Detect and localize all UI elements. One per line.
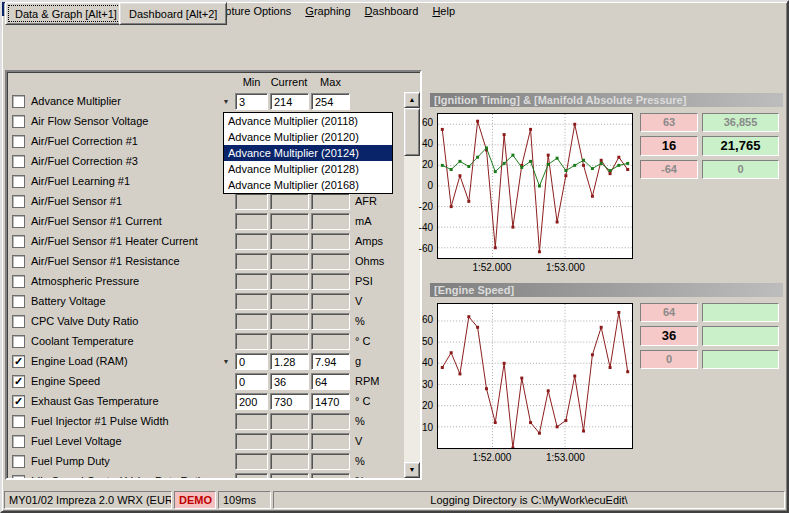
- param-checkbox[interactable]: [12, 275, 25, 288]
- param-unit: g: [355, 355, 361, 367]
- chart-stat-min-left: -64: [640, 160, 698, 179]
- param-cur-field[interactable]: [270, 253, 309, 270]
- param-cur-field[interactable]: [270, 433, 309, 450]
- param-max-field[interactable]: [311, 433, 350, 450]
- param-label: Air Flow Sensor Voltage: [31, 115, 148, 127]
- param-cur-field[interactable]: [270, 333, 309, 350]
- param-checkbox[interactable]: [12, 315, 25, 328]
- param-cur-field[interactable]: [270, 273, 309, 290]
- param-unit: %: [355, 475, 365, 478]
- dropdown-option[interactable]: Advance Multiplier (20118): [224, 113, 392, 129]
- param-max-field[interactable]: [311, 213, 350, 230]
- menu-help[interactable]: Help: [425, 2, 462, 20]
- param-checkbox[interactable]: [12, 295, 25, 308]
- param-checkbox[interactable]: [12, 235, 25, 248]
- param-min-field[interactable]: [235, 433, 268, 450]
- param-max-field[interactable]: [311, 273, 350, 290]
- param-max-field[interactable]: [311, 453, 350, 470]
- param-max-field[interactable]: [311, 233, 350, 250]
- param-cur-field[interactable]: [270, 453, 309, 470]
- param-min-field[interactable]: [235, 373, 268, 390]
- param-max-field[interactable]: [311, 353, 350, 370]
- param-checkbox[interactable]: [12, 415, 25, 428]
- param-min-field[interactable]: [235, 213, 268, 230]
- param-cur-field[interactable]: [270, 233, 309, 250]
- param-max-field[interactable]: [311, 313, 350, 330]
- param-checkbox[interactable]: [12, 155, 25, 168]
- param-cur-field[interactable]: [270, 373, 309, 390]
- tab-data-graph[interactable]: Data & Graph [Alt+1]: [5, 2, 127, 25]
- column-header-max: Max: [311, 76, 350, 88]
- param-max-field[interactable]: [311, 413, 350, 430]
- param-cur-field[interactable]: [270, 393, 309, 410]
- param-row: Advance Multiplier▼: [7, 92, 404, 112]
- param-min-field[interactable]: [235, 313, 268, 330]
- param-checkbox[interactable]: [12, 115, 25, 128]
- param-min-field[interactable]: [235, 333, 268, 350]
- dropdown-option[interactable]: Advance Multiplier (20168): [224, 177, 392, 193]
- menu-graphing[interactable]: Graphing: [298, 2, 357, 20]
- param-min-field[interactable]: [235, 473, 268, 478]
- param-cur-field[interactable]: [270, 473, 309, 478]
- param-min-field[interactable]: [235, 233, 268, 250]
- param-checkbox[interactable]: [12, 255, 25, 268]
- param-min-field[interactable]: [235, 193, 268, 210]
- param-unit: ° C: [355, 335, 370, 347]
- param-min-field[interactable]: [235, 413, 268, 430]
- param-max-field[interactable]: [311, 293, 350, 310]
- param-min-field[interactable]: [235, 393, 268, 410]
- param-min-field[interactable]: [235, 273, 268, 290]
- param-cur-field[interactable]: [270, 193, 309, 210]
- param-checkbox[interactable]: [12, 475, 25, 478]
- dropdown-option[interactable]: Advance Multiplier (20124): [224, 145, 392, 161]
- param-checkbox[interactable]: ✓: [12, 355, 25, 368]
- param-min-field[interactable]: [235, 353, 268, 370]
- param-checkbox[interactable]: ✓: [12, 375, 25, 388]
- param-label: Engine Load (RAM): [31, 355, 128, 367]
- y-tick-label: 60: [422, 314, 433, 325]
- menu-dashboard[interactable]: Dashboard: [358, 2, 426, 20]
- param-checkbox[interactable]: ✓: [12, 395, 25, 408]
- param-cur-field[interactable]: [270, 413, 309, 430]
- param-max-field[interactable]: [311, 253, 350, 270]
- logger-window: Logger ✕ Connect Logging Display Options…: [0, 0, 789, 513]
- tab-dashboard[interactable]: Dashboard [Alt+2]: [119, 2, 227, 25]
- param-checkbox[interactable]: [12, 215, 25, 228]
- param-checkbox[interactable]: [12, 95, 25, 108]
- param-row: Fuel Pump Duty%: [7, 452, 404, 472]
- param-min-field[interactable]: [235, 293, 268, 310]
- param-checkbox[interactable]: [12, 335, 25, 348]
- param-min-field[interactable]: [235, 453, 268, 470]
- param-min-field[interactable]: [235, 253, 268, 270]
- param-row: Atmospheric PressurePSI: [7, 272, 404, 292]
- param-max-field[interactable]: [311, 193, 350, 210]
- param-cur-field[interactable]: [270, 93, 309, 110]
- param-max-field[interactable]: [311, 373, 350, 390]
- combo-dropdown: Advance Multiplier (20118)Advance Multip…: [223, 112, 393, 194]
- param-max-field[interactable]: [311, 333, 350, 350]
- param-checkbox[interactable]: [12, 135, 25, 148]
- combo-arrow-icon[interactable]: ▼: [219, 94, 233, 110]
- param-max-field[interactable]: [311, 473, 350, 478]
- param-label: Idle Speed Control Valve Duty Ratio: [31, 475, 206, 478]
- param-checkbox[interactable]: [12, 435, 25, 448]
- param-min-field[interactable]: [235, 93, 268, 110]
- param-label: CPC Valve Duty Ratio: [31, 315, 138, 327]
- param-max-field[interactable]: [311, 93, 350, 110]
- dropdown-option[interactable]: Advance Multiplier (20128): [224, 161, 392, 177]
- dropdown-option[interactable]: Advance Multiplier (20120): [224, 129, 392, 145]
- param-checkbox[interactable]: [12, 175, 25, 188]
- chart-stat-min-left: 0: [640, 350, 698, 369]
- status-bar: MY01/02 Impreza 2.0 WRX (EURO) DEMO 109m…: [3, 490, 786, 510]
- param-cur-field[interactable]: [270, 213, 309, 230]
- param-cur-field[interactable]: [270, 353, 309, 370]
- chart-plot-area: [437, 303, 633, 449]
- param-checkbox[interactable]: [12, 195, 25, 208]
- param-checkbox[interactable]: [12, 455, 25, 468]
- param-label: Fuel Injector #1 Pulse Width: [31, 415, 169, 427]
- param-cur-field[interactable]: [270, 313, 309, 330]
- param-max-field[interactable]: [311, 393, 350, 410]
- param-cur-field[interactable]: [270, 293, 309, 310]
- combo-arrow-icon[interactable]: ▼: [219, 354, 233, 370]
- y-tick-label: 20: [422, 400, 433, 411]
